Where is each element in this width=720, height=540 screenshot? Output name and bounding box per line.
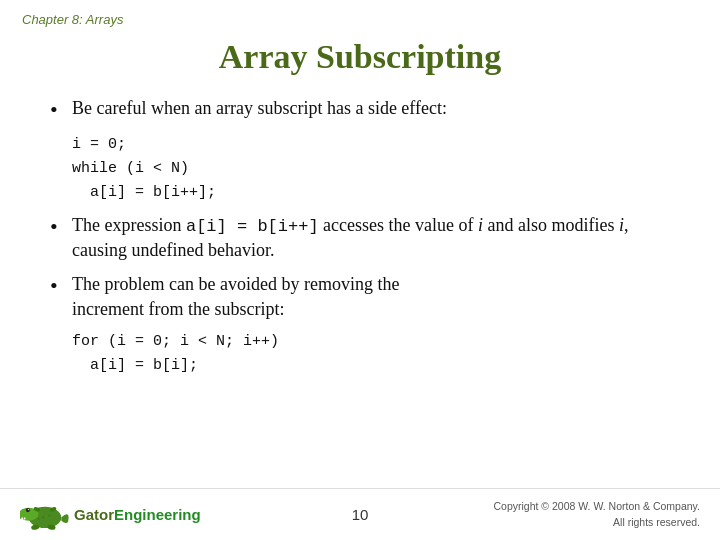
brand-engineering: Engineering [114,506,201,523]
italic-i-2: i [619,215,624,235]
svg-rect-5 [21,517,23,519]
bullet1-text: Be careful when an array subscript has a… [72,98,447,118]
code-block-1: i = 0;while (i < N) a[i] = b[i++]; [72,133,670,205]
slide-title: Array Subscripting [0,38,720,86]
svg-point-13 [37,517,39,519]
gator-icon [20,493,70,537]
svg-point-3 [26,508,30,512]
bullet-dot-3: • [50,272,72,301]
svg-point-11 [42,515,45,518]
bullet-text-2: The expression a[i] = b[i++] accesses th… [72,213,670,264]
bullet-item-3: • The problem can be avoided by removing… [50,272,670,322]
footer-page-number: 10 [352,506,369,523]
content-area: • Be careful when an array subscript has… [0,86,720,396]
bullet-dot-1: • [50,96,72,125]
bullet-dot-2: • [50,213,72,242]
svg-rect-6 [24,517,26,519]
italic-i-1: i [478,215,483,235]
bullet-item-2: • The expression a[i] = b[i++] accesses … [50,213,670,264]
svg-point-12 [48,514,50,516]
bullet-item-1: • Be careful when an array subscript has… [50,96,670,125]
brand-gator: Gator [74,506,114,523]
footer: GatorEngineering 10 Copyright © 2008 W. … [0,488,720,540]
footer-copyright: Copyright © 2008 W. W. Norton & Company.… [493,499,700,531]
code-inline-1: a[i] = b[i++] [186,217,319,236]
bullet-text-1: Be careful when an array subscript has a… [72,96,670,121]
bullet-text-3: The problem can be avoided by removing t… [72,272,670,322]
svg-point-4 [28,508,29,509]
chapter-label: Chapter 8: Arrays [22,12,123,27]
footer-brand: GatorEngineering [74,506,201,523]
footer-logo: GatorEngineering [20,493,201,537]
code-block-2: for (i = 0; i < N; i++) a[i] = b[i]; [72,330,670,378]
